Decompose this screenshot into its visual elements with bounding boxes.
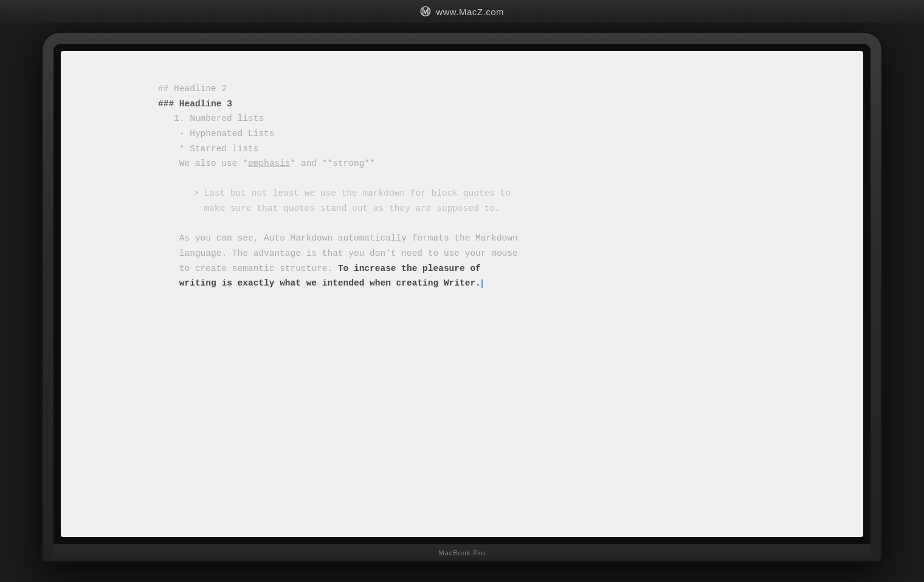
- screen: ## Headline 2 ### Headline 3 1. Numbered…: [61, 51, 863, 537]
- line-blockquote2: make sure that quotes stand out as they …: [158, 201, 766, 216]
- website-url: www.MacZ.com: [436, 7, 504, 17]
- line-empty2: [158, 216, 766, 231]
- m-logo-icon: Ⓜ: [420, 6, 431, 18]
- macbook-label: MacBook Pro: [438, 549, 485, 556]
- macbook-frame: ## Headline 2 ### Headline 3 1. Numbered…: [43, 33, 881, 561]
- top-bar: Ⓜ www.MacZ.com: [0, 0, 924, 23]
- line-headline3: ### Headline 3: [158, 97, 766, 112]
- line-para2: language. The advantage is that you don'…: [158, 246, 766, 261]
- screen-bezel: ## Headline 2 ### Headline 3 1. Numbered…: [53, 44, 871, 544]
- website-label: Ⓜ www.MacZ.com: [420, 5, 504, 19]
- line-blockquote1: > Last but not least we use the markdown…: [158, 186, 766, 201]
- line-para4: writing is exactly what we intended when…: [158, 276, 766, 291]
- line-hyphenated: - Hyphenated Lists: [158, 126, 766, 142]
- line-headline2: ## Headline 2: [158, 81, 766, 97]
- line-para3: to create semantic structure. To increas…: [158, 261, 766, 276]
- line-numbered: 1. Numbered lists: [158, 111, 766, 126]
- line-para1: As you can see, Auto Markdown automatica…: [158, 231, 766, 246]
- line-empty1: [158, 171, 766, 187]
- line-emphasis: We also use *emphasis* and **strong**: [158, 156, 766, 171]
- editor-area[interactable]: ## Headline 2 ### Headline 3 1. Numbered…: [61, 51, 863, 537]
- text-cursor: [481, 279, 483, 289]
- macbook-bottom-bar: MacBook Pro: [53, 544, 871, 561]
- line-starred: * Starred lists: [158, 142, 766, 157]
